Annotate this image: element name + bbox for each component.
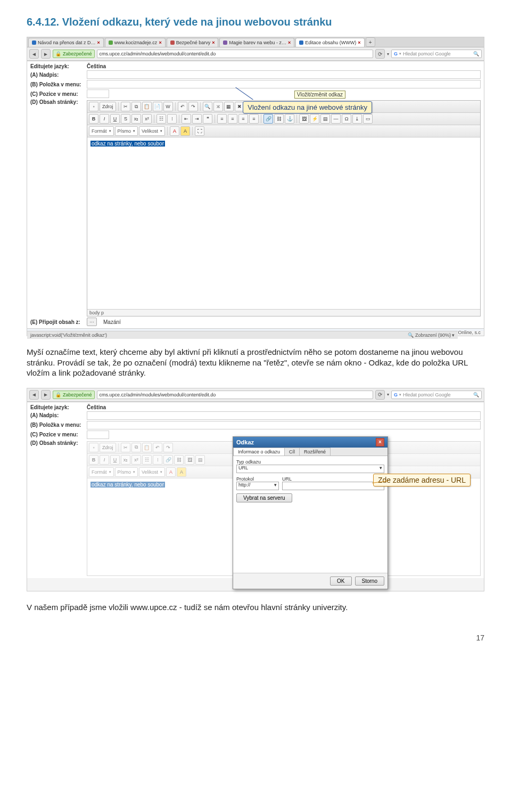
editor-content-area[interactable]: odkaz na stránky, nebo soubor: [87, 137, 480, 309]
dropdown-icon[interactable]: ▾: [399, 393, 401, 397]
new-doc-icon[interactable]: ▫: [89, 102, 98, 111]
menu-item-input[interactable]: [87, 421, 481, 429]
hr-icon[interactable]: ―: [331, 114, 341, 124]
editor-element-path[interactable]: body p: [87, 309, 480, 316]
title-input[interactable]: [87, 411, 481, 420]
search-icon[interactable]: 🔍: [473, 51, 479, 56]
browse-server-button[interactable]: Vybrat na serveru: [236, 493, 292, 502]
forward-button[interactable]: ►: [41, 390, 51, 400]
flash-icon[interactable]: ⚡: [310, 114, 319, 124]
italic-icon[interactable]: I: [100, 114, 109, 124]
source-button[interactable]: Zdroj: [100, 102, 116, 111]
tab-close-icon[interactable]: ×: [358, 40, 360, 45]
specialchar-icon[interactable]: Ω: [342, 114, 351, 124]
ok-button[interactable]: OK: [330, 576, 351, 586]
cancel-button[interactable]: Storno: [355, 576, 384, 586]
browse-button[interactable]: …: [87, 318, 97, 326]
bgcolor-icon[interactable]: A: [180, 126, 190, 136]
menu-pos-input[interactable]: [87, 90, 109, 98]
superscript-icon[interactable]: x²: [142, 114, 152, 124]
pagebreak-icon[interactable]: ⤓: [352, 114, 362, 124]
blockquote-icon[interactable]: ❝: [203, 114, 212, 124]
title-input[interactable]: [87, 70, 481, 79]
browser-tabbar[interactable]: Návod na přenos dat z D… × www.kociznade…: [27, 37, 484, 47]
tab-label: www.kociznadeje.cz: [114, 40, 158, 45]
forward-button[interactable]: ►: [41, 49, 51, 59]
browser-tab[interactable]: Editace obsahu (WWW) ×: [295, 38, 364, 47]
bulleted-list-icon[interactable]: ⁝: [167, 114, 177, 124]
align-right-icon[interactable]: ≡: [238, 114, 248, 124]
cut-icon[interactable]: ✂: [121, 102, 130, 111]
new-tab-button[interactable]: +: [366, 37, 375, 47]
format-combo[interactable]: Formát▾: [89, 126, 114, 136]
address-bar[interactable]: cms.upce.cz/admin/modules/webmodul/conte…: [97, 391, 373, 399]
reload-button[interactable]: ⟳: [375, 390, 385, 400]
screenshot-link-dialog: ◄ ► 🔒 Zabezpečené cms.upce.cz/admin/modu…: [27, 388, 484, 591]
underline-icon[interactable]: U: [110, 114, 120, 124]
align-justify-icon[interactable]: ≡: [249, 114, 259, 124]
undo-icon[interactable]: ↶: [178, 102, 187, 111]
align-center-icon[interactable]: ≡: [228, 114, 237, 124]
security-indicator[interactable]: 🔒 Zabezpečené: [53, 391, 95, 399]
dialog-tab-info[interactable]: Informace o odkazu: [233, 448, 285, 456]
browser-tab[interactable]: Návod na přenos dat z D… ×: [28, 38, 104, 47]
subscript-icon[interactable]: x₂: [131, 114, 141, 124]
find-icon[interactable]: 🔍: [203, 102, 212, 111]
delete-label[interactable]: Mazání: [103, 319, 121, 325]
paste-icon[interactable]: 📋: [142, 102, 152, 111]
dialog-tab-target[interactable]: Cíl: [284, 448, 300, 456]
back-button[interactable]: ◄: [29, 390, 39, 400]
link-type-select[interactable]: URL▾: [236, 465, 384, 473]
browser-search-field[interactable]: G ▾ Hledat pomocí Google 🔍: [391, 391, 482, 399]
favicon: [299, 40, 303, 45]
browser-search-field[interactable]: G ▾ Hledat pomocí Google 🔍: [391, 50, 482, 58]
tab-close-icon[interactable]: ×: [288, 40, 291, 45]
selectall-icon[interactable]: ▦: [224, 102, 234, 111]
browser-tab[interactable]: Magie barev na webu - z… ×: [219, 38, 294, 47]
tab-close-icon[interactable]: ×: [212, 40, 215, 45]
size-combo[interactable]: Velikost▾: [139, 126, 165, 136]
back-button[interactable]: ◄: [29, 49, 39, 59]
table-icon[interactable]: ▤: [320, 114, 330, 124]
reload-button[interactable]: ⟳: [375, 49, 385, 59]
lock-icon: 🔒: [55, 392, 61, 397]
dropdown-icon[interactable]: ▾: [387, 52, 389, 56]
dialog-close-button[interactable]: ×: [376, 438, 384, 446]
menu-pos-input[interactable]: [87, 431, 109, 439]
security-indicator[interactable]: 🔒 Zabezpečené: [53, 50, 95, 58]
maximize-icon[interactable]: ⛶: [195, 126, 204, 136]
numbered-list-icon[interactable]: ☷: [156, 114, 166, 124]
iframe-icon[interactable]: ▭: [363, 114, 373, 124]
tab-close-icon[interactable]: ×: [159, 40, 161, 45]
title-label: (A) Nadpis:: [30, 72, 84, 78]
menu-item-input[interactable]: [87, 80, 481, 88]
align-left-icon[interactable]: ≡: [217, 114, 227, 124]
indent-icon[interactable]: ⇥: [192, 114, 202, 124]
link-icon[interactable]: 🔗: [263, 114, 273, 124]
textcolor-icon[interactable]: A: [170, 126, 179, 136]
paste-text-icon[interactable]: 📄: [153, 102, 162, 111]
copy-icon[interactable]: ⧉: [131, 102, 141, 111]
protocol-select[interactable]: http://▾: [236, 482, 279, 490]
strike-icon[interactable]: S: [121, 114, 130, 124]
address-bar[interactable]: cms.upce.cz/admin/modules/webmodul/conte…: [97, 50, 373, 58]
replace-icon[interactable]: ⤮: [213, 102, 223, 111]
dropdown-icon[interactable]: ▾: [399, 52, 401, 56]
url-input[interactable]: [282, 482, 384, 490]
font-combo[interactable]: Písmo▾: [115, 126, 138, 136]
outdent-icon[interactable]: ⇤: [182, 114, 191, 124]
dropdown-icon[interactable]: ▾: [387, 392, 389, 397]
browser-tab[interactable]: Bezpečné barvy ×: [167, 38, 219, 47]
image-icon[interactable]: 🖼: [299, 114, 309, 124]
bold-icon[interactable]: B: [89, 114, 98, 124]
tab-close-icon[interactable]: ×: [97, 40, 100, 45]
browser-tab[interactable]: www.kociznadeje.cz ×: [105, 38, 166, 47]
anchor-icon[interactable]: ⚓: [285, 114, 294, 124]
paste-word-icon[interactable]: W: [163, 102, 173, 111]
redo-icon[interactable]: ↷: [188, 102, 198, 111]
dialog-tab-advanced[interactable]: Rozšířené: [299, 448, 331, 456]
source-button: Zdroj: [100, 443, 116, 452]
unlink-icon[interactable]: ⛓: [274, 114, 284, 124]
search-icon[interactable]: 🔍: [473, 392, 479, 397]
link-dialog[interactable]: Odkaz × Informace o odkazu Cíl Rozšířené…: [233, 436, 388, 589]
